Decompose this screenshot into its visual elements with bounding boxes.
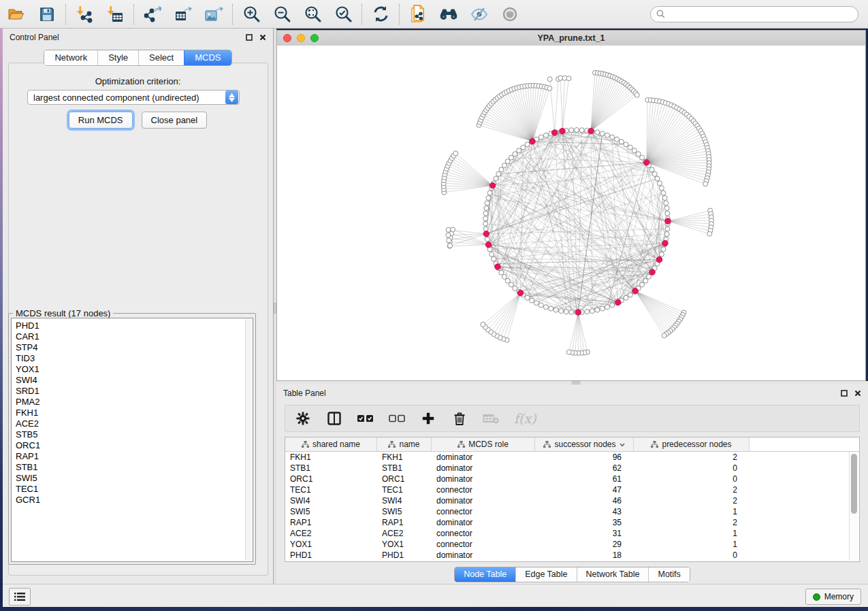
new-network-from-selection-icon[interactable] [408,5,428,24]
tab-network-table[interactable]: Network Table [577,567,649,582]
global-search-field[interactable] [650,6,858,22]
column-header-predecessor-nodes[interactable]: predecessor nodes [634,437,750,451]
export-image-icon[interactable] [204,5,223,24]
delete-columns-icon[interactable] [451,410,468,427]
table-row-STB1[interactable]: STB1STB1dominator620 [285,463,859,474]
table-row-RAP1[interactable]: RAP1RAP1dominator352 [285,517,859,528]
mcds-result-item[interactable]: ACE2 [16,418,40,429]
column-header-shared-name[interactable]: shared name [285,437,377,451]
save-session-icon[interactable] [37,5,57,24]
deselect-all-rows-icon[interactable] [389,410,405,427]
mcds-result-item[interactable]: PHD1 [16,320,40,331]
export-table-icon[interactable] [174,5,193,24]
table-settings-icon[interactable] [295,410,311,427]
close-panel-icon[interactable] [854,390,861,397]
float-panel-icon[interactable] [246,34,253,41]
mcds-node[interactable] [615,299,621,305]
add-column-icon[interactable] [420,410,436,427]
mcds-list-scrollbar[interactable] [245,319,252,561]
tab-mcds[interactable]: MCDS [184,50,231,65]
mcds-result-item[interactable]: ORC1 [16,440,40,451]
open-file-icon[interactable] [7,5,26,24]
table-row-PHD1[interactable]: PHD1PHD1dominator180 [285,550,859,561]
mcds-node[interactable] [656,257,662,262]
export-network-icon[interactable] [143,5,162,24]
float-panel-icon[interactable] [841,390,848,397]
close-panel-button[interactable]: Close panel [142,112,208,129]
network-graph[interactable] [277,46,865,380]
mcds-node[interactable] [632,288,638,293]
zoom-selected-icon[interactable] [334,5,353,24]
mcds-result-item[interactable]: RAP1 [16,451,40,462]
mcds-result-item[interactable]: FKH1 [16,408,40,418]
run-mcds-button[interactable]: Run MCDS [69,112,133,129]
mcds-result-item[interactable]: SRD1 [16,386,40,397]
mcds-node[interactable] [649,269,655,275]
mcds-node[interactable] [489,182,495,188]
mcds-node[interactable] [530,139,535,144]
refresh-icon[interactable] [371,5,390,24]
hide-selected-icon[interactable] [470,5,489,24]
tab-edge-table[interactable]: Edge Table [515,567,576,582]
mcds-result-item[interactable]: STB5 [16,429,40,440]
tab-node-table[interactable]: Node Table [455,567,515,582]
show-all-icon[interactable] [500,5,519,24]
mcds-result-item[interactable]: STB1 [16,462,40,473]
column-header-successor-nodes[interactable]: successor nodes [535,437,634,451]
window-close-icon[interactable] [283,34,291,42]
column-header-name[interactable]: name [377,437,432,451]
zoom-fit-icon[interactable] [303,5,322,24]
mcds-result-item[interactable]: GCR1 [16,495,40,506]
mcds-node[interactable] [551,130,557,135]
column-header-MCDS-role[interactable]: MCDS role [432,437,535,451]
tab-network[interactable]: Network [44,50,97,65]
mcds-node[interactable] [485,242,491,247]
delete-table-icon[interactable] [483,410,499,427]
mcds-node[interactable] [483,231,489,236]
close-panel-icon[interactable] [259,34,266,41]
mcds-result-item[interactable]: YOX1 [16,364,40,375]
table-row-ACE2[interactable]: ACE2ACE2connector311 [285,528,859,539]
window-minimize-icon[interactable] [297,34,305,42]
import-table-icon[interactable] [106,5,125,24]
mcds-node[interactable] [665,218,671,224]
select-all-rows-icon[interactable] [357,410,374,427]
mcds-node[interactable] [575,310,581,315]
tab-style[interactable]: Style [97,50,138,65]
mcds-node[interactable] [662,240,668,246]
table-row-YOX1[interactable]: YOX1YOX1connector291 [285,539,859,550]
search-input[interactable] [669,9,852,20]
mcds-result-item[interactable]: STP4 [16,342,40,353]
table-row-FKH1[interactable]: FKH1FKH1dominator962 [285,452,859,463]
mcds-result-item[interactable]: PMA2 [16,397,40,408]
table-row-SWI4[interactable]: SWI4SWI4dominator462 [285,495,859,506]
table-scrollbar[interactable] [849,452,858,561]
network-canvas[interactable] [277,46,865,380]
import-network-icon[interactable] [75,5,94,24]
zoom-out-icon[interactable] [272,5,291,24]
mcds-node[interactable] [560,128,565,133]
search-network-icon[interactable] [439,5,458,24]
show-column-panel-icon[interactable] [326,410,342,427]
tab-motifs[interactable]: Motifs [648,567,689,582]
task-history-button[interactable] [9,588,31,606]
mcds-node[interactable] [588,128,594,133]
memory-button[interactable]: Memory [805,589,861,605]
table-row-ORC1[interactable]: ORC1ORC1dominator610 [285,474,859,484]
network-window-titlebar[interactable]: YPA_prune.txt_1 [277,31,865,46]
mcds-result-item[interactable]: TEC1 [16,484,40,495]
window-zoom-icon[interactable] [310,34,319,42]
table-row-SWI5[interactable]: SWI5SWI5connector431 [285,506,859,517]
mcds-result-item[interactable]: SWI4 [16,375,40,386]
scrollbar-thumb[interactable] [851,454,857,514]
zoom-in-icon[interactable] [242,5,261,24]
mcds-result-item[interactable]: SWI5 [16,473,40,484]
tab-select[interactable]: Select [138,50,184,65]
mcds-result-item[interactable]: TID3 [16,353,40,364]
mcds-result-item[interactable]: CAR1 [16,331,40,342]
table-row-TEC1[interactable]: TEC1TEC1connector472 [285,484,859,495]
mcds-node[interactable] [517,290,523,295]
mcds-node[interactable] [643,160,649,165]
optimization-criterion-select[interactable]: largest connected component (undirected) [27,90,240,105]
mcds-node[interactable] [495,264,500,269]
